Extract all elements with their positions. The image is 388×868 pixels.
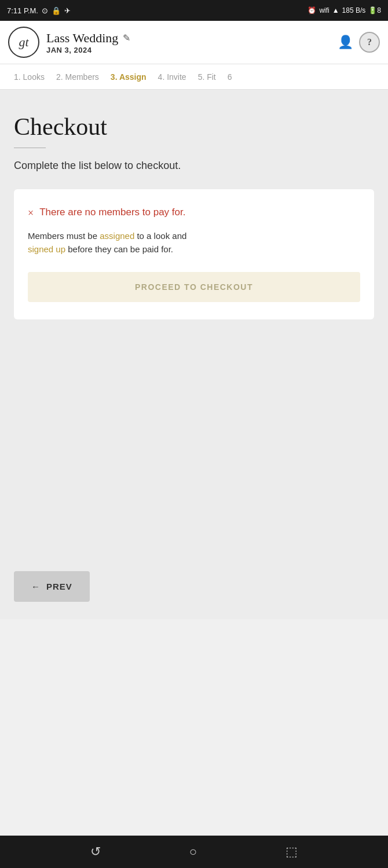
time-display: 7:11 P.M. (7, 6, 38, 15)
step-looks[interactable]: 1. Looks (8, 72, 50, 82)
logo: gt (8, 27, 39, 58)
main-content: Checkout Complete the list below to chec… (0, 90, 388, 571)
logo-text: gt (19, 35, 28, 50)
page-title: Checkout (14, 113, 374, 141)
lock-icon: 🔒 (52, 6, 61, 15)
alarm-icon: ⏰ (308, 6, 316, 14)
error-detail-text-3: before they can be paid for. (65, 244, 173, 254)
step-assign[interactable]: 3. Assign (105, 72, 152, 82)
edit-icon[interactable]: ✎ (123, 32, 130, 43)
checkout-card: × There are no members to pay for. Membe… (14, 189, 374, 319)
bottom-navigation: ← PREV (0, 571, 388, 619)
whatsapp-icon: ⊙ (42, 6, 48, 15)
header-title: Lass Wedding ✎ (46, 31, 331, 46)
home-nav-icon[interactable]: ○ (189, 844, 197, 859)
error-detail-text-2: to a look and (134, 231, 186, 241)
step-members[interactable]: 2. Members (50, 72, 105, 82)
prev-button[interactable]: ← PREV (14, 571, 90, 602)
header-title-group: Lass Wedding ✎ JAN 3, 2024 (46, 31, 331, 54)
recent-nav-icon[interactable]: ⬚ (285, 844, 298, 859)
steps-navigation: 1. Looks 2. Members 3. Assign 4. Invite … (0, 64, 388, 90)
proceed-to-checkout-button[interactable]: PROCEED TO CHECKOUT (28, 272, 360, 302)
error-x-icon: × (28, 207, 34, 219)
assigned-link[interactable]: assigned (100, 231, 134, 241)
profile-icon[interactable]: 👤 (338, 35, 353, 50)
title-divider (14, 148, 46, 148)
step-invite[interactable]: 4. Invite (152, 72, 192, 82)
error-detail-text-1: Members must be (28, 231, 100, 241)
battery-icon: 🔋8 (368, 6, 381, 14)
app-header: gt Lass Wedding ✎ JAN 3, 2024 👤 ? (0, 21, 388, 64)
event-date: JAN 3, 2024 (46, 46, 331, 54)
send-icon: ✈ (64, 6, 71, 15)
header-actions: 👤 ? (338, 32, 380, 53)
signed-up-link[interactable]: signed up (28, 244, 65, 254)
page-subtitle: Complete the list below to checkout. (14, 160, 374, 172)
help-button[interactable]: ? (359, 32, 380, 53)
prev-arrow-icon: ← (31, 582, 41, 591)
event-name: Lass Wedding (46, 31, 118, 46)
error-row: × There are no members to pay for. (28, 207, 360, 219)
error-detail: Members must be assigned to a look and s… (28, 230, 360, 256)
error-title: There are no members to pay for. (39, 207, 185, 218)
step-6[interactable]: 6 (222, 72, 238, 82)
status-bar: 7:11 P.M. ⊙ 🔒 ✈ ⏰ wifi ▲ 185 B/s 🔋8 (0, 0, 388, 21)
status-left: 7:11 P.M. ⊙ 🔒 ✈ (7, 6, 71, 15)
status-right: ⏰ wifi ▲ 185 B/s 🔋8 (308, 6, 381, 14)
step-fit[interactable]: 5. Fit (192, 72, 222, 82)
data-speed: 185 B/s (342, 6, 366, 14)
signal-icon: ▲ (332, 6, 339, 14)
back-nav-icon[interactable]: ↺ (90, 844, 101, 859)
wifi-icon: wifi (319, 6, 329, 14)
android-navigation-bar: ↺ ○ ⬚ (0, 836, 388, 868)
prev-label: PREV (46, 582, 72, 591)
